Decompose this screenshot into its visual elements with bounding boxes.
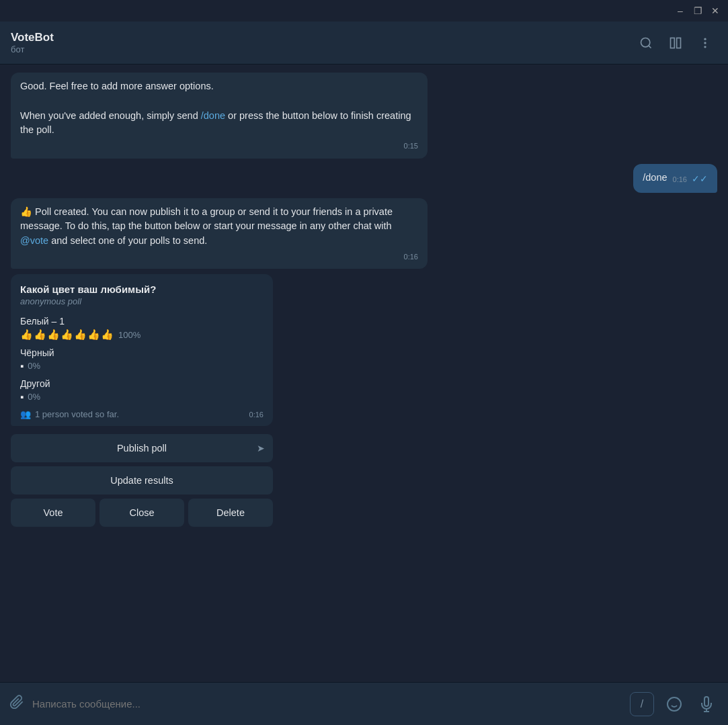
poll-card-row: Какой цвет ваш любимый? anonymous poll Б… — [11, 274, 717, 527]
poll-option-3-pct: 0% — [28, 392, 40, 402]
minimize-button[interactable]: – — [673, 3, 688, 18]
poll-option-3: Другой ▪ 0% — [20, 378, 264, 402]
svg-point-7 — [668, 697, 681, 711]
svg-point-4 — [704, 38, 706, 40]
poll-time: 0:16 — [249, 411, 264, 419]
mic-button[interactable] — [694, 692, 719, 716]
poll-type: anonymous poll — [20, 296, 264, 306]
more-button[interactable] — [693, 31, 717, 55]
poll-voters-icon: 👥 — [20, 409, 31, 419]
message-bubble-3: 👍 Poll created. You can now publish it t… — [11, 198, 428, 269]
vote-link[interactable]: @vote — [20, 235, 48, 246]
svg-point-0 — [641, 38, 650, 46]
message-time-2: 0:16 ✓✓ — [673, 172, 708, 186]
svg-point-6 — [704, 46, 706, 48]
chat-title: VoteBot — [11, 31, 634, 44]
emoji-button[interactable] — [662, 692, 686, 716]
share-icon: ➤ — [257, 443, 265, 454]
publish-poll-button[interactable]: Publish poll ➤ — [11, 434, 273, 462]
vote-button[interactable]: Vote — [11, 499, 95, 527]
poll-option-1-label: Белый – 1 — [20, 316, 264, 327]
message-text-1: Good. Feel free to add more answer optio… — [20, 81, 411, 135]
svg-rect-2 — [671, 38, 675, 48]
message-text-3: 👍 Poll created. You can now publish it t… — [20, 206, 393, 247]
svg-point-5 — [704, 42, 706, 44]
poll-option-2-label: Чёрный — [20, 347, 264, 358]
maximize-button[interactable]: ❐ — [690, 3, 705, 18]
done-link-1[interactable]: /done — [201, 110, 225, 121]
message-text-2: /done — [643, 172, 667, 183]
poll-footer: 👥 1 person voted so far. 0:16 — [20, 409, 264, 419]
message-bubble-2: /done 0:16 ✓✓ — [633, 164, 717, 193]
message-row-3: 👍 Poll created. You can now publish it t… — [11, 198, 717, 269]
poll-question: Какой цвет ваш любимый? — [20, 284, 264, 295]
input-bar: / — [0, 682, 728, 725]
attach-button[interactable] — [9, 695, 24, 714]
poll-option-2-pct: 0% — [28, 361, 40, 371]
poll-voters-text: 1 person voted so far. — [35, 409, 119, 419]
header-actions — [634, 31, 717, 55]
columns-button[interactable] — [663, 31, 688, 55]
close-button[interactable]: Close — [99, 499, 184, 527]
read-checkmarks: ✓✓ — [692, 172, 708, 186]
poll-btn-row: Vote Close Delete — [11, 499, 273, 527]
message-bubble-1: Good. Feel free to add more answer optio… — [11, 73, 428, 159]
message-row-2: /done 0:16 ✓✓ — [11, 164, 717, 193]
poll-option-3-label: Другой — [20, 378, 264, 389]
message-row-1: Good. Feel free to add more answer optio… — [11, 73, 717, 159]
chat-header: VoteBot бот — [0, 22, 728, 65]
delete-button[interactable]: Delete — [188, 499, 273, 527]
poll-option-2: Чёрный ▪ 0% — [20, 347, 264, 372]
poll-option-3-bar: ▪ — [20, 391, 24, 402]
poll-card: Какой цвет ваш любимый? anonymous poll Б… — [11, 274, 273, 426]
poll-actions: Publish poll ➤ Update results Vote Close… — [11, 434, 273, 527]
chat-info: VoteBot бот — [11, 31, 634, 54]
titlebar: – ❐ ✕ — [0, 0, 728, 22]
update-results-button[interactable]: Update results — [11, 466, 273, 495]
svg-line-1 — [649, 45, 651, 48]
message-time-3: 0:16 — [20, 251, 418, 263]
svg-rect-3 — [677, 38, 681, 48]
command-button[interactable]: / — [630, 692, 654, 716]
poll-option-2-bar: ▪ — [20, 360, 24, 372]
search-button[interactable] — [634, 31, 658, 55]
close-button[interactable]: ✕ — [708, 3, 723, 18]
chat-area: Good. Feel free to add more answer optio… — [0, 65, 728, 682]
chat-subtitle: бот — [11, 44, 634, 54]
poll-option-1: Белый – 1 👍👍👍👍👍👍👍 100% — [20, 316, 264, 341]
poll-option-1-bar: 👍👍👍👍👍👍👍 — [20, 329, 114, 341]
message-time-1: 0:15 — [20, 140, 418, 152]
poll-option-1-pct: 100% — [118, 330, 140, 340]
poll-voters: 👥 1 person voted so far. — [20, 409, 119, 419]
message-input[interactable] — [32, 698, 622, 710]
